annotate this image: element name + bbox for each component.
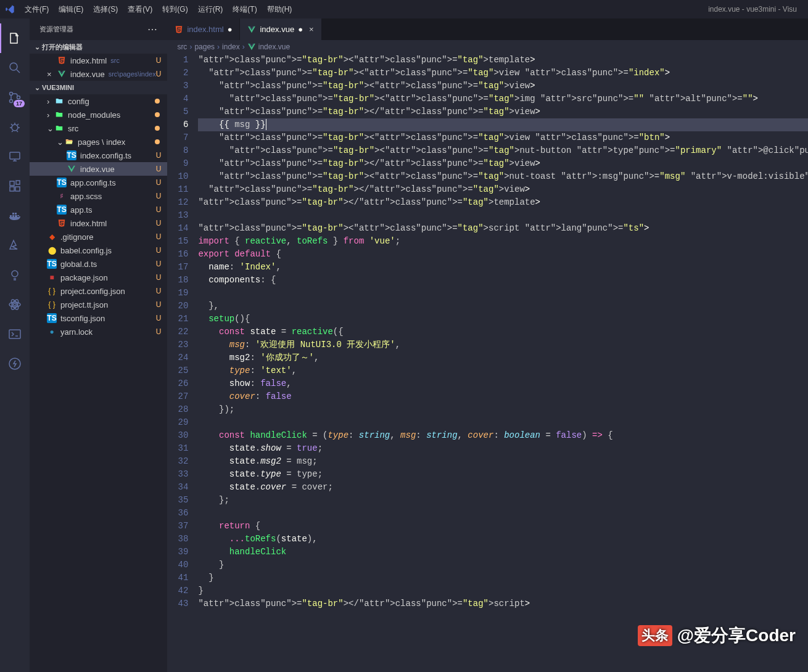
more-icon[interactable]: ⋯ <box>147 23 157 35</box>
code-line[interactable]: }; <box>198 494 808 507</box>
explorer-icon[interactable] <box>0 23 30 53</box>
code-line[interactable]: components: { <box>198 274 808 287</box>
code-line[interactable]: "attr">class"punc">="tag-br"><"attr">cla… <box>198 131 808 144</box>
menu-item[interactable]: 运行(R) <box>193 5 228 14</box>
azure-icon[interactable] <box>0 231 30 260</box>
tree-item[interactable]: { } project.tt.json U <box>30 298 167 311</box>
code-line[interactable] <box>198 416 808 429</box>
remote-icon[interactable] <box>0 142 30 171</box>
menu-item[interactable]: 帮助(H) <box>262 5 297 14</box>
open-editor-item[interactable]: index.html src U <box>30 54 167 67</box>
tree-item[interactable]: TS app.ts U <box>30 203 167 216</box>
code-line[interactable]: "attr">class"punc">="tag-br"></"attr">cl… <box>198 105 808 118</box>
code-line[interactable]: msg2: '你成功了～', <box>198 351 808 364</box>
code-line[interactable]: return { <box>198 520 808 533</box>
code-line[interactable]: handleClick <box>198 546 808 559</box>
atom-icon[interactable] <box>0 290 30 319</box>
debug-icon[interactable] <box>0 112 30 142</box>
code-line[interactable]: name: 'Index', <box>198 261 808 274</box>
tree-item[interactable]: ⬤ babel.config.js U <box>30 244 167 257</box>
open-editors-header[interactable]: ⌄ 打开的编辑器 <box>30 40 167 54</box>
line-number: 25 <box>167 364 188 377</box>
code-line[interactable]: }, <box>198 300 808 313</box>
code-line[interactable]: "attr">class"punc">="tag-br"></"attr">cl… <box>198 183 808 196</box>
code-line[interactable]: "attr">class"punc">="tag-br"><"attr">cla… <box>198 144 808 157</box>
code-line[interactable] <box>198 209 808 222</box>
tree-item[interactable]: ♯ app.scss U <box>30 189 167 203</box>
tree-item[interactable]: index.vue U <box>30 162 167 176</box>
project-header[interactable]: ⌄ VUE3MINI <box>30 81 167 94</box>
menu-item[interactable]: 转到(G) <box>157 5 192 14</box>
code-line[interactable]: type: 'text', <box>198 364 808 377</box>
code-editor[interactable]: 1234567891011121314151617181920212223242… <box>167 54 808 672</box>
tree-item[interactable]: { } project.config.json U <box>30 284 167 298</box>
breadcrumb-item[interactable]: pages <box>194 43 215 51</box>
thunder-icon[interactable] <box>0 349 30 379</box>
code-line[interactable]: show: false, <box>198 377 808 390</box>
code-line[interactable]: const handleClick = (type: string, msg: … <box>198 429 808 442</box>
breadcrumb-item[interactable]: index <box>222 43 240 51</box>
code-line[interactable]: msg: '欢迎使用 NutUI3.0 开发小程序', <box>198 338 808 351</box>
tree-item[interactable]: ■ package.json U <box>30 271 167 284</box>
menu-item[interactable]: 文件(F) <box>20 5 54 14</box>
code-line[interactable]: cover: false <box>198 390 808 403</box>
code-line[interactable]: import { reactive, toRefs } from 'vue'; <box>198 235 808 248</box>
code-line[interactable]: state.cover = cover; <box>198 481 808 494</box>
tree-item[interactable]: TS index.config.ts U <box>30 149 167 162</box>
docker-icon[interactable] <box>0 201 30 231</box>
code-line[interactable]: "attr">class"punc">="tag-br"><"attr">cla… <box>198 54 808 67</box>
code-line[interactable]: "attr">class"punc">="tag-br"><"attr">cla… <box>198 222 808 235</box>
code-line[interactable]: "attr">class"punc">="tag-br"></"attr">cl… <box>198 597 808 610</box>
code-line[interactable]: "attr">class"punc">="tag-br"></"attr">cl… <box>198 196 808 209</box>
open-editor-item[interactable]: × index.vue src\pages\index U <box>30 67 167 81</box>
code-line[interactable]: state.msg2 = msg; <box>198 455 808 468</box>
code-line[interactable]: setup(){ <box>198 313 808 326</box>
tree-item[interactable]: › node_modules <box>30 108 167 121</box>
bulb-icon[interactable] <box>0 260 30 290</box>
close-icon[interactable]: × <box>47 70 57 79</box>
code-line[interactable] <box>198 507 808 520</box>
tree-item[interactable]: TS global.d.ts U <box>30 257 167 271</box>
code-line[interactable]: "attr">class"punc">="tag-br"><"attr">cla… <box>198 92 808 105</box>
code-line[interactable]: state.show = true; <box>198 442 808 455</box>
code-line[interactable]: } <box>198 572 808 584</box>
terminal-icon[interactable] <box>0 319 30 349</box>
tree-item[interactable]: ● yarn.lock U <box>30 325 167 338</box>
tree-item[interactable]: TS app.config.ts U <box>30 176 167 189</box>
code-line[interactable]: "attr">class"punc">="tag-br"><"attr">cla… <box>198 170 808 183</box>
breadcrumb-item[interactable]: index.vue <box>258 43 290 51</box>
tree-item[interactable]: index.html U <box>30 216 167 230</box>
search-icon[interactable] <box>0 53 30 83</box>
code-line[interactable]: const state = reactive({ <box>198 326 808 338</box>
code-line[interactable]: }); <box>198 403 808 416</box>
close-icon[interactable]: × <box>309 25 314 34</box>
tree-item[interactable]: › config <box>30 94 167 108</box>
code-line[interactable] <box>198 287 808 300</box>
menu-item[interactable]: 编辑(E) <box>54 5 88 14</box>
editor-tab[interactable]: index.vue ● × <box>240 18 321 40</box>
tree-item[interactable]: ⌄ src <box>30 121 167 135</box>
code-line[interactable]: export default { <box>198 248 808 261</box>
code-line[interactable]: "attr">class"punc">="tag-br"></"attr">cl… <box>198 157 808 170</box>
menu-item[interactable]: 终端(T) <box>228 5 262 14</box>
code-line[interactable]: "attr">class"punc">="tag-br"><"attr">cla… <box>198 67 808 80</box>
code-line[interactable]: {{ msg }} <box>198 118 808 131</box>
menu-item[interactable]: 查看(V) <box>123 5 157 14</box>
editor-tab[interactable]: index.html ● <box>167 18 240 40</box>
tree-item[interactable]: ◆ .gitignore U <box>30 230 167 244</box>
code-line[interactable]: } <box>198 584 808 597</box>
sidebar-title: 资源管理器 <box>39 25 73 34</box>
tree-item[interactable]: TS tsconfig.json U <box>30 311 167 325</box>
breadcrumb[interactable]: src ›pages ›index ›index.vue <box>167 40 808 54</box>
source-control-icon[interactable]: 17 <box>0 83 30 112</box>
breadcrumb-item[interactable]: src <box>177 43 187 51</box>
code-line[interactable]: "attr">class"punc">="tag-br"><"attr">cla… <box>198 80 808 92</box>
menu-item[interactable]: 选择(S) <box>88 5 123 14</box>
extensions-icon[interactable] <box>0 171 30 201</box>
code-content[interactable]: "attr">class"punc">="tag-br"><"attr">cla… <box>198 54 808 672</box>
code-line[interactable]: state.type = type; <box>198 468 808 481</box>
code-line[interactable]: } <box>198 559 808 572</box>
code-line[interactable]: ...toRefs(state), <box>198 533 808 546</box>
tree-item[interactable]: ⌄ pages \ index <box>30 135 167 149</box>
file-hint: src <box>110 57 120 64</box>
